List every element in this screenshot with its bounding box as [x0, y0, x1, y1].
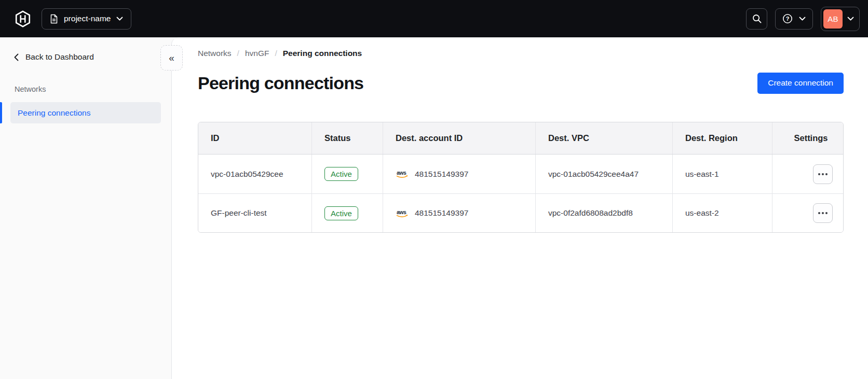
table-row: vpc-01acb05429cee Active aws 48151514939…: [198, 155, 843, 193]
row-settings-menu-button[interactable]: [813, 164, 833, 184]
help-menu-button[interactable]: ?: [775, 8, 813, 30]
cell-dest-region: us-east-1: [672, 155, 772, 193]
status-badge: Active: [324, 167, 358, 181]
sidebar-item-label: Peering connections: [18, 108, 90, 118]
collapse-chevrons-icon: «: [169, 52, 174, 64]
row-settings-menu-button[interactable]: [813, 203, 833, 223]
hashicorp-logo[interactable]: [13, 8, 32, 29]
column-header-id: ID: [198, 122, 311, 154]
status-badge: Active: [324, 206, 358, 220]
sidebar-item-peering-connections[interactable]: Peering connections: [10, 102, 161, 123]
search-icon: [752, 13, 762, 24]
page-title: Peering connections: [198, 73, 363, 93]
chevron-down-icon: [799, 17, 806, 21]
aws-icon: aws: [396, 170, 409, 178]
back-to-dashboard-label: Back to Dashboard: [25, 52, 94, 62]
breadcrumb-separator: /: [275, 49, 277, 58]
table-header-row: ID Status Dest. account ID Dest. VPC Des…: [198, 122, 843, 155]
column-header-dest-region: Dest. Region: [672, 122, 772, 154]
document-icon: [50, 14, 58, 24]
cell-settings: [772, 155, 843, 193]
main-content: « Networks / hvnGF / Peering connections…: [171, 37, 868, 379]
column-header-dest-vpc: Dest. VPC: [535, 122, 672, 154]
ellipsis-icon: [818, 212, 820, 214]
column-header-status: Status: [311, 122, 383, 154]
cell-dest-account-id: aws 481515149397: [383, 155, 535, 193]
top-bar: project-name ? AB: [0, 0, 868, 37]
chevron-left-icon: [14, 53, 19, 61]
app-body: Back to Dashboard Networks Peering conne…: [0, 37, 868, 379]
table-row: GF-peer-cli-test Active aws 481515149397: [198, 193, 843, 232]
project-switcher[interactable]: project-name: [42, 8, 131, 30]
project-switcher-label: project-name: [64, 14, 111, 23]
cell-settings: [772, 194, 843, 232]
avatar: AB: [823, 9, 843, 29]
search-button[interactable]: [746, 8, 767, 30]
create-connection-button[interactable]: Create connection: [757, 73, 844, 94]
cell-dest-vpc: vpc-01acb05429cee4a47: [535, 155, 672, 193]
svg-text:aws: aws: [397, 170, 406, 176]
column-header-dest-account-id: Dest. account ID: [383, 122, 535, 154]
cell-status: Active: [311, 155, 383, 193]
cell-dest-vpc: vpc-0f2afd6808ad2bdf8: [535, 194, 672, 232]
app-screen: project-name ? AB: [0, 0, 868, 379]
cell-dest-region: us-east-2: [672, 194, 772, 232]
breadcrumb-separator: /: [237, 49, 239, 58]
title-row: Peering connections Create connection: [198, 72, 844, 94]
cell-status: Active: [311, 194, 383, 232]
column-header-settings: Settings: [772, 122, 843, 154]
active-item-indicator: [0, 102, 2, 123]
help-icon: ?: [782, 13, 793, 24]
breadcrumb: Networks / hvnGF / Peering connections: [198, 48, 844, 59]
aws-icon: aws: [396, 209, 409, 218]
dest-account-id-value: 481515149397: [415, 170, 468, 179]
dest-account-id-value: 481515149397: [415, 208, 468, 218]
breadcrumb-networks[interactable]: Networks: [198, 49, 232, 58]
account-menu-button[interactable]: AB: [821, 7, 860, 31]
sidebar-section-networks: Networks: [15, 85, 171, 95]
hashicorp-logo-icon: [15, 10, 31, 27]
breadcrumb-hvn[interactable]: hvnGF: [245, 49, 269, 58]
sidebar-collapse-button[interactable]: «: [160, 45, 183, 71]
back-to-dashboard-link[interactable]: Back to Dashboard: [0, 37, 171, 63]
cell-id: GF-peer-cli-test: [198, 194, 311, 232]
svg-text:?: ?: [786, 16, 790, 22]
peering-connections-table: ID Status Dest. account ID Dest. VPC Des…: [198, 122, 844, 233]
breadcrumb-current: Peering connections: [283, 49, 362, 58]
cell-dest-account-id: aws 481515149397: [383, 194, 535, 232]
cell-id: vpc-01acb05429cee: [198, 155, 311, 193]
chevron-down-icon: [847, 17, 854, 21]
ellipsis-icon: [818, 173, 820, 175]
sidebar: Back to Dashboard Networks Peering conne…: [0, 37, 171, 379]
chevron-down-icon: [116, 17, 123, 21]
svg-text:aws: aws: [397, 209, 406, 215]
